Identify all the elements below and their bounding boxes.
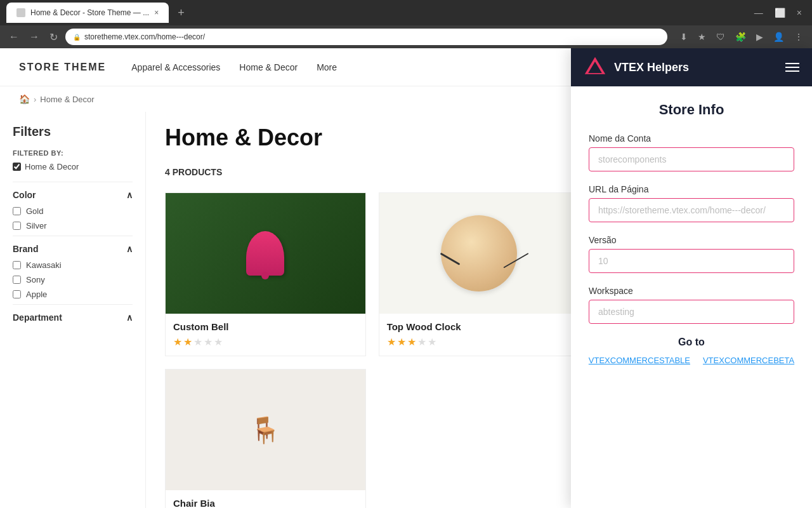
star-5: ★	[428, 336, 436, 348]
minimize-button[interactable]: —	[750, 6, 767, 19]
browser-titlebar: Home & Decor - Store Theme — ... × + — ⬜…	[0, 0, 812, 25]
extensions-button[interactable]: ⬇	[678, 30, 690, 43]
lock-icon: 🔒	[73, 34, 81, 41]
browser-tab[interactable]: Home & Decor - Store Theme — ... ×	[6, 3, 169, 23]
nav-home-decor[interactable]: Home & Decor	[239, 62, 298, 72]
versao-input[interactable]	[589, 249, 794, 273]
back-button[interactable]: ←	[6, 30, 22, 44]
product-info-3: Chair Bia ★ ★ ★ ★ ★	[166, 490, 365, 508]
product-stars-0: ★ ★ ★ ★ ★	[173, 336, 358, 348]
color-silver-checkbox[interactable]	[13, 222, 21, 230]
color-filter-header[interactable]: Color ∧	[13, 190, 133, 200]
color-silver-label: Silver	[26, 221, 47, 231]
brand-apple-checkbox[interactable]	[13, 290, 21, 298]
tab-close-button[interactable]: ×	[154, 8, 159, 17]
star-5: ★	[214, 336, 223, 348]
vtex-panel-header: VTEX Helpers	[571, 48, 812, 86]
department-filter-chevron: ∧	[126, 312, 133, 323]
product-card-0[interactable]: Custom Bell ★ ★ ★ ★ ★	[165, 192, 366, 356]
product-info-1: Top Wood Clock ★ ★ ★ ★ ★	[379, 314, 579, 356]
vtex-logo-area: VTEX Helpers	[584, 56, 689, 79]
filter-brand-kawasaki[interactable]: Kawasaki	[13, 260, 133, 270]
tab-title: Home & Decor - Store Theme — ...	[30, 8, 149, 17]
close-button[interactable]: ×	[793, 6, 806, 19]
puzzle-icon[interactable]: 🧩	[733, 30, 749, 43]
browser-toolbar: ← → ↻ 🔒 storetheme.vtex.com/home---decor…	[0, 25, 812, 48]
vtex-helpers-panel: VTEX Helpers Store Info Nome da Conta UR…	[571, 48, 812, 508]
star-4: ★	[417, 336, 426, 348]
store-logo: STORE THEME	[19, 62, 106, 73]
workspace-input[interactable]	[589, 300, 794, 324]
clock-minute-hand	[503, 253, 528, 268]
filter-brand-apple[interactable]: Apple	[13, 290, 133, 299]
brand-sony-checkbox[interactable]	[13, 276, 21, 284]
brand-sony-label: Sony	[26, 275, 45, 284]
browser-extension-buttons: ⬇ ★ 🛡 🧩 ▶ 👤 ⋮	[678, 30, 806, 43]
filtered-by-label: FILTERED BY:	[13, 149, 133, 157]
url-da-pagina-input[interactable]	[589, 198, 794, 222]
brand-filter-header[interactable]: Brand ∧	[13, 244, 133, 254]
go-to-beta-link[interactable]: VTEXCOMMERCEBETA	[703, 356, 794, 365]
bookmark-button[interactable]: ★	[695, 30, 709, 43]
product-name-0: Custom Bell	[173, 321, 358, 332]
url-da-pagina-group: URL da Página	[589, 184, 794, 222]
go-to-stable-link[interactable]: VTEXCOMMERCESTABLE	[589, 356, 690, 365]
products-count: 4 PRODUCTS	[165, 167, 222, 177]
shield-icon[interactable]: 🛡	[714, 30, 728, 43]
bell-shape	[246, 231, 284, 276]
forward-button[interactable]: →	[27, 30, 42, 44]
color-gold-label: Gold	[26, 206, 43, 216]
filter-brand-sony[interactable]: Sony	[13, 275, 133, 284]
nome-da-conta-group: Nome da Conta	[589, 133, 794, 171]
department-filter-header[interactable]: Department ∧	[13, 312, 133, 323]
media-button[interactable]: ▶	[754, 30, 766, 43]
go-to-section: Go to VTEXCOMMERCESTABLE VTEXCOMMERCEBET…	[589, 337, 794, 365]
color-filter-label: Color	[13, 190, 36, 200]
maximize-button[interactable]: ⬜	[771, 6, 789, 19]
go-to-label: Go to	[589, 337, 794, 348]
active-filter: Home & Decor	[13, 162, 133, 171]
active-filter-checkbox[interactable]	[13, 163, 21, 171]
clock-hour-hand	[440, 253, 461, 265]
star-3: ★	[193, 336, 202, 348]
color-filter-section: Color ∧ Gold Silver	[13, 182, 133, 231]
brand-filter-label: Brand	[13, 244, 38, 254]
nav-apparel[interactable]: Apparel & Accessories	[131, 62, 220, 72]
vtex-logo-icon	[584, 56, 606, 79]
brand-kawasaki-checkbox[interactable]	[13, 261, 21, 269]
tab-favicon	[16, 8, 25, 17]
profile-button[interactable]: 👤	[771, 30, 787, 43]
nome-da-conta-input[interactable]	[589, 147, 794, 171]
product-image-0	[166, 193, 365, 314]
more-options-button[interactable]: ⋮	[792, 30, 806, 43]
vtex-panel-title: VTEX Helpers	[614, 61, 689, 74]
filter-color-gold[interactable]: Gold	[13, 206, 133, 216]
product-card-3[interactable]: 🪑 Chair Bia ★ ★ ★ ★ ★	[165, 369, 366, 508]
department-filter-section: Department ∧	[13, 304, 133, 323]
brand-filter-chevron: ∧	[126, 244, 133, 254]
brand-filter-section: Brand ∧ Kawasaki Sony Apple	[13, 236, 133, 299]
star-1: ★	[173, 336, 182, 348]
product-card-1[interactable]: Top Wood Clock ★ ★ ★ ★ ★	[379, 192, 580, 356]
versao-label: Versão	[589, 235, 794, 245]
clock-face	[441, 215, 517, 291]
address-bar[interactable]: 🔒 storetheme.vtex.com/home---decor/	[65, 29, 667, 45]
brand-kawasaki-label: Kawasaki	[26, 260, 62, 270]
filter-color-silver[interactable]: Silver	[13, 221, 133, 231]
refresh-button[interactable]: ↻	[47, 30, 60, 44]
nav-more[interactable]: More	[317, 62, 337, 72]
store-info-title: Store Info	[589, 102, 794, 118]
product-info-0: Custom Bell ★ ★ ★ ★ ★	[166, 314, 365, 356]
new-tab-button[interactable]: +	[174, 6, 188, 20]
home-icon[interactable]: 🏠	[19, 94, 30, 104]
star-2: ★	[397, 336, 406, 348]
vtex-menu-button[interactable]	[785, 63, 799, 72]
product-name-3: Chair Bia	[173, 498, 358, 508]
vtex-panel-body: Store Info Nome da Conta URL da Página V…	[571, 86, 812, 508]
breadcrumb-current: Home & Decor	[40, 95, 94, 104]
brand-apple-label: Apple	[26, 290, 47, 299]
color-gold-checkbox[interactable]	[13, 207, 21, 215]
department-filter-label: Department	[13, 312, 62, 323]
products-count-number: 4	[165, 167, 170, 177]
go-to-links: VTEXCOMMERCESTABLE VTEXCOMMERCEBETA	[589, 356, 794, 365]
